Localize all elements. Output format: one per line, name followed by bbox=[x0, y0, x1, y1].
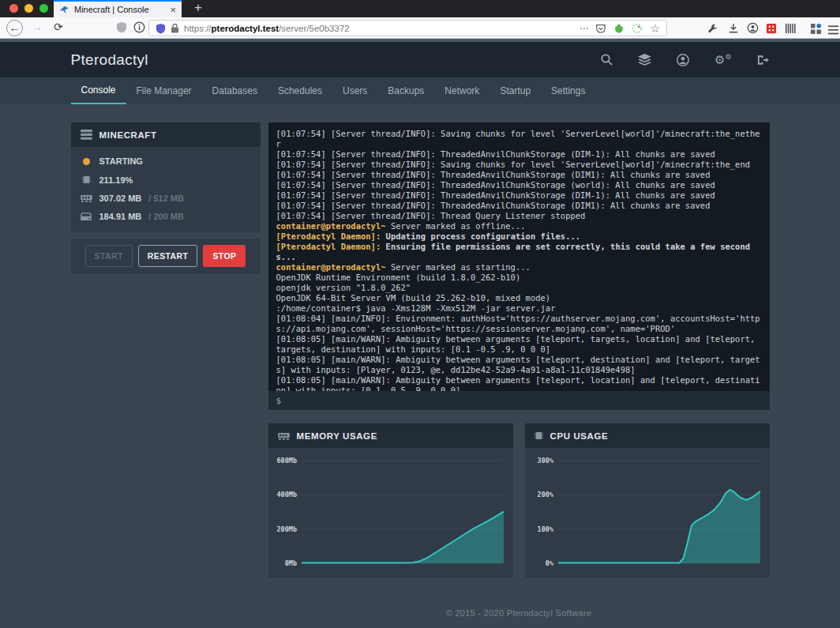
new-tab-button[interactable]: + bbox=[189, 0, 207, 17]
console-line: [Pterodactyl Daemon]: Ensuring file perm… bbox=[276, 242, 762, 262]
app-header: Pterodactyl ⚙⚙ bbox=[0, 42, 840, 77]
server-stats: STARTING 211.19% 307.02 MB / 512 MB bbox=[71, 147, 261, 232]
tracking-shield-icon[interactable] bbox=[116, 21, 127, 36]
console-line: [01:07:54] [Server thread/INFO]: Thread … bbox=[276, 211, 762, 221]
tab-backups[interactable]: Backups bbox=[377, 77, 434, 104]
bookmark-star-icon[interactable]: ☆ bbox=[650, 22, 660, 35]
tab-network[interactable]: Network bbox=[434, 77, 489, 104]
console-output[interactable]: [01:07:54] [Server thread/INFO]: Saving … bbox=[268, 122, 770, 391]
console-line: :/home/container$ java -Xms128M -Xmx512M… bbox=[276, 303, 762, 314]
pterodactyl-page: Pterodactyl ⚙⚙ Console File Manager Data… bbox=[0, 42, 840, 628]
privacy-extension-icon[interactable] bbox=[632, 23, 643, 34]
extensions-grid-icon[interactable] bbox=[810, 23, 822, 38]
svg-text:400Mb: 400Mb bbox=[276, 491, 297, 498]
url-bar[interactable]: https://pterodactyl.test/server/5e0b3372… bbox=[148, 20, 667, 36]
menu-hamburger-icon[interactable] bbox=[828, 24, 838, 38]
server-title-bar: MINECRAFT bbox=[71, 122, 261, 147]
restart-button[interactable]: RESTART bbox=[138, 245, 198, 267]
barcode-extension-icon[interactable] bbox=[785, 23, 797, 37]
cpu-usage-value: 211.19% bbox=[99, 175, 133, 185]
console-line: [01:07:54] [Server thread/INFO]: Saving … bbox=[276, 160, 762, 170]
stop-button[interactable]: STOP bbox=[203, 245, 246, 267]
disk-row: 184.91 MB / 200 MB bbox=[81, 212, 251, 221]
tab-databases[interactable]: Databases bbox=[202, 77, 268, 104]
status-dot-icon bbox=[83, 158, 90, 165]
console-line: [01:07:54] [Server thread/INFO]: Saving … bbox=[276, 129, 762, 149]
page-actions-icon[interactable]: ⋯ bbox=[579, 23, 588, 34]
console-line: OpenJDK 64-Bit Server VM (build 25.262-b… bbox=[276, 293, 762, 303]
back-button[interactable]: ← bbox=[6, 20, 23, 36]
window-minimize-button[interactable] bbox=[24, 4, 33, 13]
tab-users[interactable]: Users bbox=[332, 77, 377, 104]
console-line: [01:07:54] [Server thread/INFO]: Threade… bbox=[276, 170, 762, 180]
memory-row: 307.02 MB / 512 MB bbox=[81, 194, 251, 203]
tab-startup[interactable]: Startup bbox=[489, 77, 541, 104]
console-line: container@pterodactyl~ Server marked as … bbox=[276, 221, 762, 231]
user-account-icon[interactable] bbox=[677, 54, 689, 66]
cpu-chart-panel: CPU USAGE 300%200%100%0% bbox=[525, 423, 770, 577]
admin-gears-icon[interactable]: ⚙⚙ bbox=[714, 53, 732, 67]
memory-limit-value: / 512 MB bbox=[148, 194, 184, 203]
status-row: STARTING bbox=[81, 156, 251, 166]
pterodactyl-favicon-icon bbox=[59, 6, 69, 14]
window-close-button[interactable] bbox=[9, 4, 18, 13]
console-line: container@pterodactyl~ Server marked as … bbox=[276, 262, 762, 273]
console-line: [01:07:54] [Server thread/INFO]: Threade… bbox=[276, 180, 762, 190]
server-icon bbox=[81, 130, 92, 140]
macos-traffic-lights bbox=[9, 4, 48, 13]
pocket-icon[interactable] bbox=[595, 23, 606, 34]
console-line: [01:08:05] [main/WARN]: Ambiguity betwee… bbox=[276, 334, 762, 355]
svg-text:300%: 300% bbox=[537, 457, 553, 464]
svg-text:0%: 0% bbox=[545, 559, 553, 567]
url-text[interactable]: https://pterodactyl.test/server/5e0b3372 bbox=[184, 24, 574, 33]
status-label: STARTING bbox=[99, 156, 143, 166]
wrench-extension-icon[interactable] bbox=[707, 23, 718, 37]
protection-shield-icon[interactable] bbox=[156, 23, 166, 34]
console-line: [01:08:04] [main/INFO]: Environment: aut… bbox=[276, 314, 762, 334]
console-command-input[interactable] bbox=[287, 396, 761, 406]
brand-title: Pterodactyl bbox=[71, 51, 148, 69]
page-info-icon[interactable] bbox=[133, 21, 145, 36]
red-extension-icon[interactable] bbox=[766, 23, 777, 37]
refresh-button[interactable]: ⟳ bbox=[54, 21, 63, 33]
tab-console[interactable]: Console bbox=[71, 77, 126, 104]
browser-tab[interactable]: Minecraft | Console × bbox=[54, 0, 182, 17]
browser-toolbar: ← → ⟳ https://pterodactyl.test/server/5e… bbox=[0, 17, 840, 39]
tab-file-manager[interactable]: File Manager bbox=[126, 77, 202, 104]
start-button[interactable]: START bbox=[85, 245, 133, 267]
disk-used-value: 184.91 MB bbox=[99, 212, 142, 221]
layers-icon[interactable] bbox=[638, 54, 651, 66]
forward-button: → bbox=[32, 21, 43, 33]
svg-text:200%: 200% bbox=[537, 491, 553, 498]
console-line: [01:07:54] [Server thread/INFO]: Threade… bbox=[276, 190, 762, 201]
console-line: [01:08:05] [main/WARN]: Ambiguity betwee… bbox=[276, 375, 762, 391]
lock-icon bbox=[171, 23, 179, 33]
tab-schedules[interactable]: Schedules bbox=[268, 77, 332, 104]
tab-settings[interactable]: Settings bbox=[541, 77, 595, 104]
sign-out-icon[interactable] bbox=[757, 55, 770, 66]
svg-text:0Mb: 0Mb bbox=[284, 559, 296, 567]
svg-text:600Mb: 600Mb bbox=[276, 457, 297, 464]
power-controls: START RESTART STOP bbox=[71, 239, 261, 273]
console-line: [01:07:54] [Server thread/INFO]: Threade… bbox=[276, 201, 762, 211]
console-line: [01:08:05] [main/WARN]: Ambiguity betwee… bbox=[276, 355, 762, 375]
downloads-icon[interactable] bbox=[728, 23, 739, 37]
cpu-chart-title: CPU USAGE bbox=[550, 431, 609, 441]
disk-limit-value: / 200 MB bbox=[148, 212, 184, 221]
console-line: openjdk version "1.8.0_262" bbox=[276, 283, 762, 293]
search-icon[interactable] bbox=[601, 54, 613, 66]
memory-icon bbox=[81, 194, 92, 202]
footer-copyright: © 2015 - 2020 Pterodactyl Software bbox=[268, 608, 770, 618]
window-zoom-button[interactable] bbox=[39, 4, 48, 13]
server-sidebar: MINECRAFT STARTING 211.19% 307 bbox=[71, 122, 261, 618]
account-icon[interactable] bbox=[747, 22, 759, 37]
memory-used-value: 307.02 MB bbox=[99, 194, 142, 203]
adblocker-extension-icon[interactable] bbox=[613, 23, 624, 34]
tab-close-icon[interactable]: × bbox=[170, 4, 176, 16]
cpu-row: 211.19% bbox=[81, 175, 251, 185]
console-line: [01:07:54] [Server thread/INFO]: Threade… bbox=[276, 149, 762, 160]
svg-text:200Mb: 200Mb bbox=[276, 525, 297, 533]
hdd-icon bbox=[81, 212, 92, 221]
svg-text:100%: 100% bbox=[537, 525, 553, 533]
memory-usage-chart: 600Mb400Mb200Mb0Mb bbox=[272, 454, 510, 573]
